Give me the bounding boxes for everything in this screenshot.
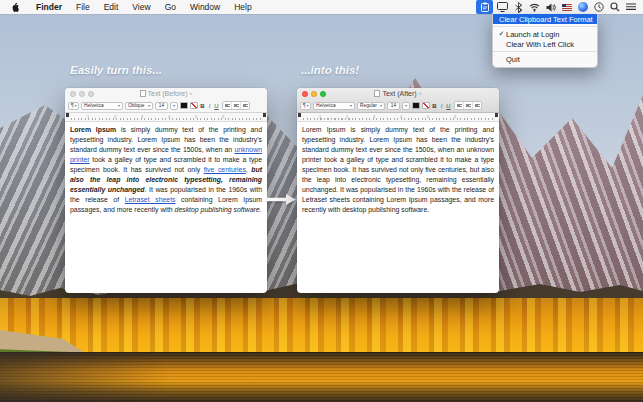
document-text[interactable]: Lorem Ipsum is simply dummy text of the … xyxy=(297,122,499,218)
ruler-number: 5 xyxy=(195,114,197,119)
menu-item-finder[interactable]: Finder xyxy=(29,0,69,14)
chevron-down-icon xyxy=(173,103,175,108)
right-margin-marker[interactable] xyxy=(495,113,498,117)
window-title-text: Text (Before) xyxy=(148,90,188,97)
menu-option-launch-at-login[interactable]: ✓ Launch at Login xyxy=(493,29,597,39)
menu-option-clear-clipboard[interactable]: Clear Clipboard Text Format xyxy=(493,14,597,24)
ruler: 123456 xyxy=(297,113,499,122)
menu-item-file[interactable]: File xyxy=(69,0,97,14)
text-color-well[interactable] xyxy=(412,102,420,109)
chevron-down-icon xyxy=(190,90,193,97)
text-segment: . xyxy=(260,206,262,213)
background-color-well[interactable] xyxy=(422,102,430,109)
text-segment: desktop publishing software xyxy=(175,206,260,213)
window-title-text: Text (After) xyxy=(382,90,416,97)
volume-icon[interactable] xyxy=(544,0,557,14)
window-title: Text (Before) xyxy=(65,90,267,97)
background-color-well[interactable] xyxy=(190,102,198,109)
input-source-us-flag-icon[interactable] xyxy=(560,0,573,14)
typeface-value: Oblique xyxy=(128,103,145,108)
minimize-button[interactable] xyxy=(79,91,85,97)
menu-option-clear-left-click[interactable]: Clear With Left Click xyxy=(493,39,597,49)
text-segment: Lorem Ipsum is simply dummy text of the … xyxy=(302,126,494,213)
text-segment: five centuries xyxy=(204,166,246,173)
italic-button[interactable]: I xyxy=(439,103,444,109)
bluetooth-icon[interactable] xyxy=(512,0,525,14)
paragraph-style-glyph: ¶ xyxy=(303,103,306,108)
italic-button[interactable]: I xyxy=(207,103,212,109)
font-size-value: 14 xyxy=(391,103,396,108)
underline-button[interactable]: U xyxy=(214,103,219,109)
typeface-value: Regular xyxy=(360,103,377,108)
document-text[interactable]: Lorem Ipsum is simply dummy text of the … xyxy=(65,122,267,218)
traffic-lights xyxy=(302,91,326,97)
title-bar[interactable]: Text (After) xyxy=(297,88,499,99)
notification-center-icon[interactable] xyxy=(624,0,637,14)
window-title: Text (After) xyxy=(297,90,499,97)
menu-option-label: Launch at Login xyxy=(506,30,559,39)
align-right-button[interactable] xyxy=(473,102,481,109)
menu-item-go[interactable]: Go xyxy=(158,0,183,14)
ruler-number: 6 xyxy=(222,114,224,119)
typeface-popup[interactable]: Oblique xyxy=(125,102,153,110)
ruler-number: 1 xyxy=(87,114,89,119)
spotlight-search-icon[interactable] xyxy=(608,0,621,14)
font-family-popup[interactable]: Helvetica xyxy=(81,102,123,110)
wifi-icon[interactable] xyxy=(528,0,541,14)
font-size-stepper[interactable] xyxy=(402,102,410,110)
checkmark-icon: ✓ xyxy=(497,30,506,38)
clipboard-format-app-icon[interactable] xyxy=(476,0,493,14)
font-size-stepper[interactable] xyxy=(170,102,178,110)
menu-option-quit[interactable]: Quit xyxy=(493,54,597,64)
close-button[interactable] xyxy=(302,91,308,97)
text-segment: Lorem Ipsum xyxy=(70,126,116,133)
ruler-number: 3 xyxy=(373,114,375,119)
menu-item-view[interactable]: View xyxy=(125,0,157,14)
apple-menu[interactable] xyxy=(0,0,29,14)
align-center-button[interactable] xyxy=(464,102,473,109)
caption-after: ...into this! xyxy=(301,64,359,76)
clock-icon[interactable] xyxy=(592,0,605,14)
bold-button[interactable]: B xyxy=(432,103,437,109)
typeface-popup[interactable]: Regular xyxy=(357,102,385,110)
wallpaper-autumn-foliage xyxy=(0,298,643,356)
menu-item-edit[interactable]: Edit xyxy=(97,0,126,14)
menu-item-help[interactable]: Help xyxy=(227,0,258,14)
align-center-button[interactable] xyxy=(232,102,241,109)
chevron-down-icon xyxy=(75,103,77,108)
close-button[interactable] xyxy=(70,91,76,97)
paragraph-style-popup[interactable]: ¶ xyxy=(300,102,311,110)
font-family-value: Helvetica xyxy=(84,103,104,108)
bold-button[interactable]: B xyxy=(200,103,205,109)
menu-separator xyxy=(493,51,597,52)
zoom-button[interactable] xyxy=(88,91,94,97)
traffic-lights xyxy=(70,91,94,97)
chevron-down-icon xyxy=(148,103,150,108)
align-left-button[interactable] xyxy=(455,102,464,109)
font-family-value: Helvetica xyxy=(316,103,336,108)
app-dropdown-menu: Clear Clipboard Text Format ✓ Launch at … xyxy=(492,14,598,68)
minimize-button[interactable] xyxy=(311,91,317,97)
font-family-popup[interactable]: Helvetica xyxy=(313,102,355,110)
font-size-field[interactable]: 14 xyxy=(155,102,168,110)
zoom-button[interactable] xyxy=(320,91,326,97)
title-bar[interactable]: Text (Before) xyxy=(65,88,267,99)
paragraph-style-popup[interactable]: ¶ xyxy=(68,102,79,110)
align-right-button[interactable] xyxy=(241,102,249,109)
left-margin-marker[interactable] xyxy=(298,113,301,117)
document-proxy-icon xyxy=(374,90,380,97)
ruler-number: 2 xyxy=(114,114,116,119)
display-icon[interactable] xyxy=(496,0,509,14)
ruler-number: 2 xyxy=(346,114,348,119)
text-color-well[interactable] xyxy=(180,102,188,109)
align-left-button[interactable] xyxy=(223,102,232,109)
left-margin-marker[interactable] xyxy=(66,113,69,117)
underline-button[interactable]: U xyxy=(446,103,451,109)
siri-icon[interactable] xyxy=(576,0,589,14)
document-proxy-icon xyxy=(140,90,146,97)
menu-item-window[interactable]: Window xyxy=(183,0,227,14)
ruler-number: 3 xyxy=(141,114,143,119)
status-icons xyxy=(476,0,643,14)
right-margin-marker[interactable] xyxy=(263,113,266,117)
font-size-field[interactable]: 14 xyxy=(387,102,400,110)
